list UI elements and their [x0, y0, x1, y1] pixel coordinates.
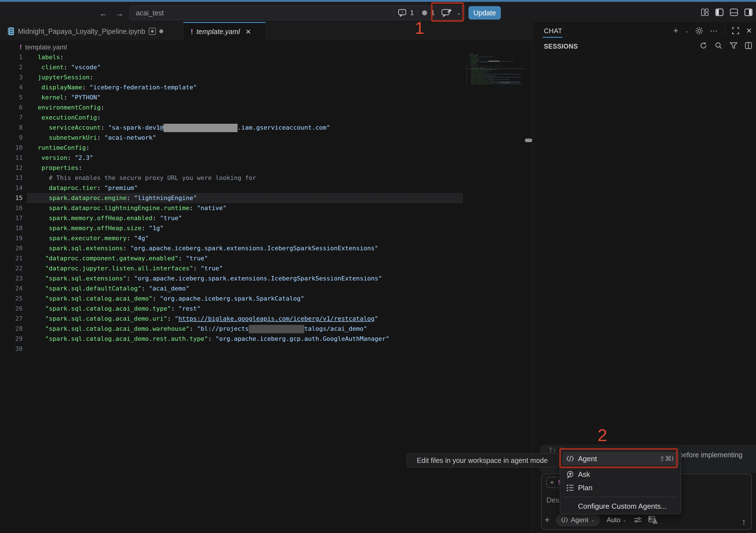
model-picker-button[interactable]: Auto ⌄ [607, 516, 627, 524]
split-view-icon[interactable] [745, 42, 752, 49]
code-line[interactable]: 22 "dataproc.jupyter.listen.all.interfac… [0, 264, 475, 273]
code-line[interactable]: 24 "spark.sql.defaultCatalog": "acai_dem… [0, 284, 475, 293]
code-token: "spark.sql.catalog.acai_demo.type" [45, 305, 171, 312]
code-line[interactable]: 17 spark.memory.offHeap.enabled: "true" [0, 213, 475, 223]
refresh-icon[interactable] [700, 42, 707, 49]
tab-notebook[interactable]: Midnight_Papaya_Loyalty_Pipeline.ipynb [0, 22, 183, 40]
code-token: "bl://projects [197, 325, 249, 332]
code-token: : [101, 104, 104, 111]
code-line[interactable]: 28 "spark.sql.catalog.acai_demo.warehous… [0, 324, 475, 334]
line-number: 1 [0, 52, 28, 62]
code-token: "premium" [480, 67, 485, 68]
breadcrumb[interactable]: ! template.yaml [19, 42, 67, 53]
more-actions-icon[interactable]: ⋯ [710, 26, 718, 36]
send-icon[interactable]: ↑ [742, 516, 746, 527]
code-token: subnetworkUri [471, 62, 478, 63]
code-line[interactable]: 5 kernel: "PYTHON" [0, 92, 475, 103]
code-line[interactable]: 14 dataproc.tier: "premium" [0, 183, 475, 193]
attach-icon[interactable]: + [545, 515, 550, 525]
gear-icon[interactable] [695, 27, 703, 35]
code-token: "acai_demo" [486, 78, 493, 79]
code-line[interactable]: 23 "spark.sql.extensions": "org.apache.i… [0, 273, 475, 284]
customize-layout-icon[interactable] [701, 8, 709, 16]
code-line[interactable]: 27 "spark.sql.catalog.acai_demo.uri": "h… [0, 314, 475, 324]
mode-picker-button[interactable]: Agent ⌄ [556, 514, 600, 526]
new-chat-icon[interactable]: + [673, 26, 678, 36]
code-line[interactable]: 20 spark.sql.extensions: "org.apache.ice… [0, 243, 475, 253]
line-number: 11 [0, 153, 28, 163]
line-number: 19 [0, 233, 28, 243]
chevron-down-icon[interactable]: ⌄ [685, 28, 688, 34]
menu-item-configure-custom-agents[interactable]: Configure Custom Agents... [562, 499, 679, 513]
code-line[interactable]: 21 "dataproc.component.gateway.enabled":… [0, 253, 475, 264]
code-line[interactable]: 30 [464, 84, 526, 86]
modified-dot-icon[interactable] [159, 29, 163, 33]
code-line[interactable]: 13 # This enables the secure proxy URL y… [0, 173, 475, 183]
annotation-number-2: 2 [598, 425, 607, 445]
pinned-tab-icon[interactable] [149, 28, 156, 35]
code-line[interactable]: 8 serviceAccount: "sa-spark-dev1@.iam.gs… [0, 123, 475, 133]
line-number: 23 [0, 273, 28, 284]
code-token: "PYTHON" [71, 94, 101, 101]
code-token: "rest" [178, 305, 201, 312]
minimap[interactable]: 1labels:2 client: "vscode"3jupyterSessio… [464, 53, 526, 154]
filter-icon[interactable] [730, 42, 738, 49]
search-icon[interactable] [715, 42, 722, 49]
close-panel-icon[interactable]: ✕ [746, 27, 752, 35]
code-line[interactable]: 4 displayName: "iceberg-federation-templ… [0, 82, 475, 92]
code-token: version [41, 154, 68, 161]
code-token: : [97, 114, 101, 121]
code-line[interactable]: 9 subnetworkUri: "acai-network" [0, 133, 475, 143]
context-usage-warning-icon[interactable]: ! [648, 516, 658, 524]
line-number: 8 [0, 123, 28, 133]
sash-drag-handle[interactable] [525, 139, 532, 142]
code-token: talogs/acai_demo" [304, 325, 367, 332]
code-line[interactable]: 11 version: "2.3" [0, 153, 475, 163]
code-token: : [68, 154, 75, 161]
maximize-panel-icon[interactable] [732, 27, 739, 34]
close-tab-icon[interactable]: ✕ [245, 28, 251, 36]
menu-item-label: Plan [578, 484, 592, 492]
toggle-primary-sidebar-icon[interactable] [715, 8, 724, 16]
problems-bubble-icon[interactable]: ! [398, 9, 406, 17]
code-line[interactable]: 3jupyterSession: [0, 72, 475, 82]
code-line[interactable]: 29 "spark.sql.catalog.acai_demo.rest.aut… [0, 334, 475, 344]
code-line[interactable]: 12 properties: [0, 163, 475, 173]
code-line[interactable]: 19 spark.executor.memory: "4g" [0, 233, 475, 243]
code-line[interactable]: 30 [0, 344, 475, 354]
sessions-section-header[interactable]: SESSIONS [532, 40, 756, 53]
code-line[interactable]: 1labels: [0, 52, 475, 62]
code-link[interactable]: https://biglake.googleapis.com/iceberg/v… [178, 315, 374, 322]
code-token: : [82, 84, 90, 91]
code-line[interactable]: 7 executionConfig: [0, 113, 475, 123]
code-line[interactable]: 16 spark.dataproc.lightningEngine.runtim… [0, 203, 475, 213]
code-line[interactable]: 15 spark.dataproc.engine: "lightningEngi… [0, 193, 475, 203]
code-line[interactable]: 26 "spark.sql.catalog.acai_demo.type": "… [0, 304, 475, 314]
toggle-panel-icon[interactable] [730, 8, 738, 16]
code-token: "org.apache.iceberg.spark.SparkCatalog" [160, 295, 304, 302]
command-center-title[interactable]: acai_test [136, 9, 164, 17]
chat-input-placeholder[interactable]: Des [546, 496, 559, 504]
toggle-secondary-sidebar-icon[interactable] [744, 8, 753, 16]
menu-item-ask[interactable]: ? Ask [562, 468, 679, 481]
code-token: : [478, 60, 479, 61]
update-button[interactable]: Update [469, 6, 501, 19]
tab-chat[interactable]: CHAT [544, 27, 562, 35]
breadcrumb-file[interactable]: template.yaml [25, 43, 67, 51]
code-line[interactable]: 18 spark.memory.offHeap.size: "1g" [0, 223, 475, 233]
back-arrow-icon[interactable]: ← [99, 9, 108, 18]
code-line[interactable]: 25 "spark.sql.catalog.acai_demo": "org.a… [0, 293, 475, 304]
active-tab-underline [543, 37, 562, 38]
code-line[interactable]: 2 client: "vscode" [0, 62, 475, 72]
tab-template-yaml[interactable]: ! template.yaml ✕ [183, 22, 265, 40]
code-token: "spark.sql.defaultCatalog" [471, 78, 485, 79]
code-line[interactable]: 10runtimeConfig: [0, 143, 475, 153]
code-link[interactable]: https://biglake.googleapis.com/iceberg/v… [491, 81, 520, 82]
status-dot-icon[interactable] [422, 10, 427, 15]
forward-arrow-icon[interactable]: → [116, 9, 124, 18]
menu-item-plan[interactable]: Plan [562, 481, 679, 495]
tools-sliders-icon[interactable] [634, 516, 642, 524]
titlebar: ← → acai_test ! 1 1 ⌄ Update [0, 2, 756, 22]
code-token: "dataproc.jupyter.listen.all.interfaces" [471, 76, 493, 77]
code-line[interactable]: 6environmentConfig: [0, 103, 475, 113]
